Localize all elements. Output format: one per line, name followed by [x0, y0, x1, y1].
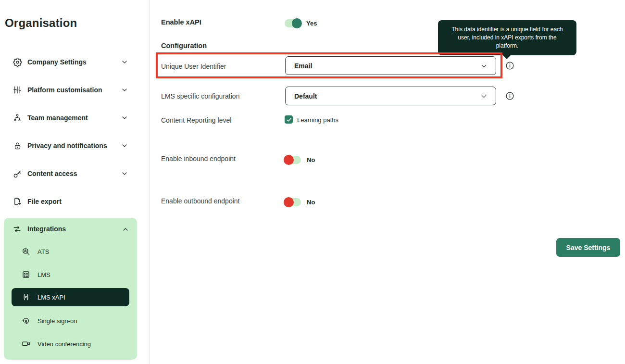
outbound-endpoint-toggle[interactable]	[285, 198, 301, 206]
sidebar-subitem-label: Video conferencing	[38, 340, 91, 348]
sidebar-item-label: File export	[27, 198, 62, 205]
tooltip: This data identifier is a unique field f…	[438, 20, 576, 55]
enable-xapi-toggle[interactable]	[285, 19, 301, 27]
chevron-down-icon	[121, 86, 128, 94]
enable-xapi-label: Enable xAPI	[161, 18, 201, 26]
sidebar-item-team-management[interactable]: Team management	[0, 104, 150, 132]
tooltip-arrow	[502, 55, 511, 59]
page-title: Organisation	[5, 16, 77, 30]
sidebar-subitem-label: Single sign-on	[38, 317, 77, 325]
sidebar-subitem-single-sign-on[interactable]: Single sign-on	[4, 309, 137, 332]
chevron-down-icon	[121, 170, 128, 177]
chevron-down-icon	[480, 92, 488, 100]
dropdown-value: Email	[294, 62, 312, 70]
key-icon	[12, 169, 22, 178]
sidebar-item-privacy-notifications[interactable]: Privacy and notifications	[0, 132, 150, 160]
sidebar: Organisation Company Settings Platform c…	[0, 0, 150, 364]
chevron-down-icon	[121, 142, 128, 150]
toggle-knob	[292, 18, 302, 28]
content-reporting-level-label: Content Reporting level	[161, 116, 231, 124]
sidebar-item-label: Team management	[27, 114, 88, 122]
sidebar-item-label: Integrations	[27, 225, 66, 233]
outbound-endpoint-label: Enable outbound endpoint	[161, 197, 239, 205]
info-icon[interactable]	[505, 61, 514, 70]
sidebar-item-label: Content access	[27, 170, 77, 177]
sidebar-item-platform-customisation[interactable]: Platform customisation	[0, 76, 150, 104]
sliders-icon	[12, 85, 22, 95]
lock-icon	[12, 141, 22, 151]
sidebar-item-label: Platform customisation	[27, 86, 102, 94]
sso-person-icon	[22, 316, 30, 325]
sidebar-subitem-label: LMS xAPI	[38, 294, 65, 301]
chevron-up-icon	[122, 226, 129, 233]
sidebar-subitem-ats[interactable]: ATS	[4, 240, 137, 263]
info-icon[interactable]	[505, 91, 514, 100]
sidebar-subitem-label: ATS	[38, 248, 49, 255]
xapi-brackets-icon	[22, 293, 30, 301]
org-chart-icon	[12, 113, 22, 123]
lms-specific-configuration-label: LMS specific configuration	[161, 92, 239, 100]
enable-xapi-state: Yes	[306, 20, 317, 27]
chevron-down-icon	[121, 114, 128, 122]
chevron-down-icon	[121, 58, 128, 66]
sync-arrows-icon	[12, 225, 22, 234]
unique-user-identifier-label: Unique User Identifier	[161, 63, 226, 70]
sidebar-item-label: Privacy and notifications	[27, 142, 107, 150]
sidebar-item-content-access[interactable]: Content access	[0, 160, 150, 188]
video-camera-icon	[22, 339, 30, 348]
chevron-down-icon	[480, 62, 488, 70]
checklist-icon	[22, 270, 30, 279]
organisation-settings-page: Organisation Company Settings Platform c…	[0, 0, 625, 364]
dropdown-value: Default	[294, 92, 317, 100]
sidebar-item-label: Company Settings	[27, 58, 87, 66]
sidebar-subitem-video-conferencing[interactable]: Video conferencing	[4, 332, 137, 355]
unique-user-identifier-dropdown[interactable]: Email	[285, 56, 496, 75]
integrations-group: Integrations ATS LMS	[4, 218, 137, 360]
sidebar-item-file-export[interactable]: File export	[0, 188, 150, 215]
tooltip-text: This data identifier is a unique field f…	[451, 26, 562, 49]
sidebar-subitem-lms[interactable]: LMS	[4, 263, 137, 286]
inbound-endpoint-label: Enable inbound endpoint	[161, 155, 236, 163]
inbound-endpoint-toggle[interactable]	[285, 156, 301, 164]
configuration-heading: Configuration	[161, 42, 207, 50]
inbound-endpoint-state: No	[307, 156, 315, 163]
file-export-icon	[12, 197, 22, 206]
lms-specific-configuration-dropdown[interactable]: Default	[285, 87, 496, 105]
save-settings-button[interactable]: Save Settings	[556, 238, 620, 257]
learning-paths-checkbox[interactable]	[285, 115, 293, 124]
toggle-knob	[284, 197, 294, 207]
sidebar-item-company-settings[interactable]: Company Settings	[0, 48, 150, 76]
toggle-knob	[284, 155, 294, 165]
gear-icon	[12, 57, 22, 67]
outbound-endpoint-state: No	[307, 199, 315, 206]
sidebar-item-integrations[interactable]: Integrations	[4, 218, 137, 240]
search-person-icon	[22, 247, 30, 256]
check-icon	[286, 117, 292, 123]
learning-paths-label: Learning paths	[297, 116, 338, 124]
sidebar-subitem-lms-xapi[interactable]: LMS xAPI	[12, 288, 129, 306]
sidebar-subitem-label: LMS	[38, 271, 50, 278]
